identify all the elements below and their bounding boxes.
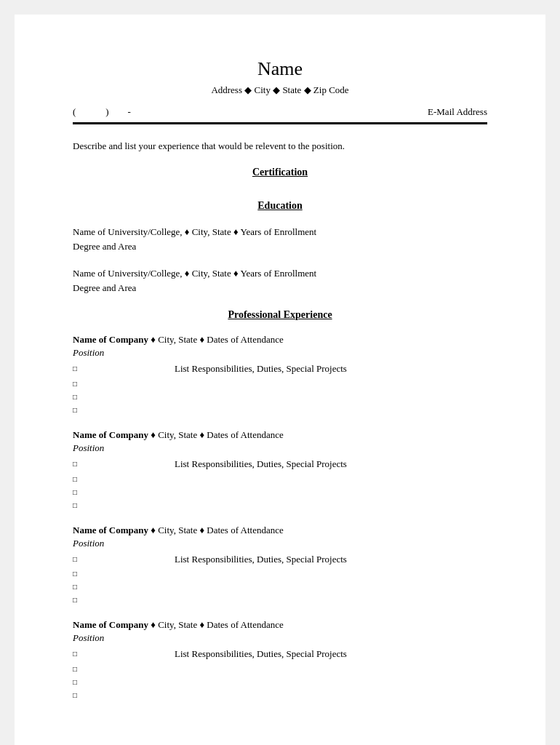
- phone-dash: -: [127, 106, 130, 118]
- company-2-position: Position: [73, 442, 487, 454]
- bullet-item: [73, 593, 487, 606]
- education-entry-2: Name of University/College, ♦ City, Stat…: [73, 266, 487, 295]
- company-1-name: Name of Company: [73, 334, 148, 345]
- professional-title-text: Professional Experience: [228, 309, 332, 320]
- bullet-item: List Responsibilities, Duties, Special P…: [73, 647, 487, 662]
- email-label: E-Mail Address: [428, 106, 487, 117]
- company-3-bullets: List Responsibilities, Duties, Special P…: [73, 552, 487, 607]
- company-3-header: Name of Company ♦ City, State ♦ Dates of…: [73, 525, 487, 536]
- company-3-details: ♦ City, State ♦ Dates of Attendance: [151, 525, 283, 535]
- certification-section: Certification: [73, 167, 487, 178]
- company-1-location: City, State: [158, 334, 197, 345]
- edu-2-line2-text: Degree and Area: [73, 282, 136, 293]
- company-2-bullets: List Responsibilities, Duties, Special P…: [73, 457, 487, 511]
- responsibilities-4-text: List Responsibilities, Duties, Special P…: [175, 648, 347, 659]
- phone-close: ): [105, 106, 108, 118]
- bullet-item: [73, 472, 487, 485]
- bullet-item: [73, 390, 487, 403]
- email-area: E-Mail Address: [428, 106, 487, 118]
- bullet-item: [73, 580, 487, 593]
- certification-title-text: Certification: [252, 167, 308, 178]
- company-4-details: ♦ City, State ♦ Dates of Attendance: [151, 619, 283, 630]
- bullet-item: List Responsibilities, Duties, Special P…: [73, 552, 487, 567]
- company-2-position-text: Position: [73, 442, 104, 453]
- responsibilities-2: List Responsibilities, Duties, Special P…: [175, 457, 347, 472]
- phone-open: (: [73, 106, 76, 118]
- education-entry-1: Name of University/College, ♦ City, Stat…: [73, 225, 487, 253]
- company-entry-1: Name of Company ♦ City, State ♦ Dates of…: [73, 334, 487, 416]
- company-entry-4: Name of Company ♦ City, State ♦ Dates of…: [73, 619, 487, 701]
- company-entry-3: Name of Company ♦ City, State ♦ Dates of…: [73, 525, 487, 607]
- name-text: Name: [257, 58, 303, 79]
- address-text: Address ◆ City ◆ State ◆ Zip Code: [211, 84, 348, 95]
- bullet-item: [73, 485, 487, 498]
- bullet-item: [73, 498, 487, 511]
- edu-entry-2-line1: Name of University/College, ♦ City, Stat…: [73, 266, 487, 281]
- bullet-item: [73, 675, 487, 688]
- name-heading: Name: [73, 58, 487, 80]
- professional-title: Professional Experience: [73, 309, 487, 321]
- company-2-header: Name of Company ♦ City, State ♦ Dates of…: [73, 429, 487, 441]
- edu-entry-1-line2: Degree and Area: [73, 239, 487, 254]
- company-1-header: Name of Company ♦ City, State ♦ Dates of…: [73, 334, 487, 346]
- company-2-location: City, State: [158, 429, 197, 440]
- responsibilities-1-text: List Responsibilities, Duties, Special P…: [175, 363, 347, 374]
- phone-area-code: [86, 106, 95, 118]
- bullet-item: [73, 403, 487, 416]
- company-1-bullets: List Responsibilities, Duties, Special P…: [73, 362, 487, 416]
- responsibilities-4: List Responsibilities, Duties, Special P…: [175, 647, 347, 662]
- responsibilities-1: List Responsibilities, Duties, Special P…: [175, 362, 347, 377]
- responsibilities-3: List Responsibilities, Duties, Special P…: [175, 552, 347, 567]
- company-3-position: Position: [73, 538, 487, 549]
- company-2-details: ♦ City, State ♦ Dates of Attendance: [151, 429, 283, 440]
- intro-text: Describe and list your experience that w…: [73, 140, 345, 151]
- company-3-name: Name of Company: [73, 525, 148, 535]
- company-3-position-text: Position: [73, 538, 104, 549]
- company-4-header: Name of Company ♦ City, State ♦ Dates of…: [73, 619, 487, 631]
- company-3-location: City, State: [158, 525, 197, 535]
- education-title-text: Education: [257, 200, 302, 211]
- professional-section: Professional Experience Name of Company …: [73, 309, 487, 701]
- bullet-item: [73, 377, 487, 390]
- certification-title: Certification: [73, 167, 487, 178]
- company-2-name: Name of Company: [73, 429, 148, 440]
- edu-entry-2-line2: Degree and Area: [73, 281, 487, 295]
- contact-bar: ( ) - E-Mail Address: [73, 106, 487, 124]
- company-2-dates: Dates of Attendance: [207, 429, 283, 440]
- company-4-dates: Dates of Attendance: [207, 619, 283, 630]
- education-title: Education: [73, 200, 487, 212]
- edu-2-line1-text: Name of University/College, ♦ City, Stat…: [73, 268, 316, 279]
- responsibilities-3-text: List Responsibilities, Duties, Special P…: [175, 554, 347, 565]
- company-4-location: City, State: [158, 619, 197, 630]
- company-1-dates: Dates of Attendance: [207, 334, 283, 345]
- address-line: Address ◆ City ◆ State ◆ Zip Code: [73, 84, 487, 96]
- phone-area: ( ) -: [73, 106, 131, 118]
- edu-entry-1-line1: Name of University/College, ♦ City, Stat…: [73, 225, 487, 239]
- bullet-item: [73, 688, 487, 701]
- bullet-item: [73, 662, 487, 675]
- company-4-position: Position: [73, 632, 487, 644]
- responsibilities-2-text: List Responsibilities, Duties, Special P…: [175, 458, 347, 469]
- edu-1-line1-text: Name of University/College, ♦ City, Stat…: [73, 226, 316, 237]
- company-4-bullets: List Responsibilities, Duties, Special P…: [73, 647, 487, 701]
- bullet-item: List Responsibilities, Duties, Special P…: [73, 457, 487, 472]
- company-1-position: Position: [73, 347, 487, 359]
- company-1-position-text: Position: [73, 347, 104, 358]
- intro-paragraph: Describe and list your experience that w…: [73, 140, 487, 152]
- company-entry-2: Name of Company ♦ City, State ♦ Dates of…: [73, 429, 487, 511]
- phone-spacer: [115, 106, 122, 118]
- company-4-name: Name of Company: [73, 619, 148, 630]
- company-4-position-text: Position: [73, 632, 104, 643]
- resume-page: Name Address ◆ City ◆ State ◆ Zip Code (…: [15, 15, 545, 745]
- education-section: Education Name of University/College, ♦ …: [73, 200, 487, 295]
- bullet-item: List Responsibilities, Duties, Special P…: [73, 362, 487, 377]
- edu-1-line2-text: Degree and Area: [73, 241, 136, 252]
- bullet-item: [73, 567, 487, 580]
- company-3-dates: Dates of Attendance: [207, 525, 283, 535]
- company-1-details: ♦ City, State ♦ Dates of Attendance: [151, 334, 283, 345]
